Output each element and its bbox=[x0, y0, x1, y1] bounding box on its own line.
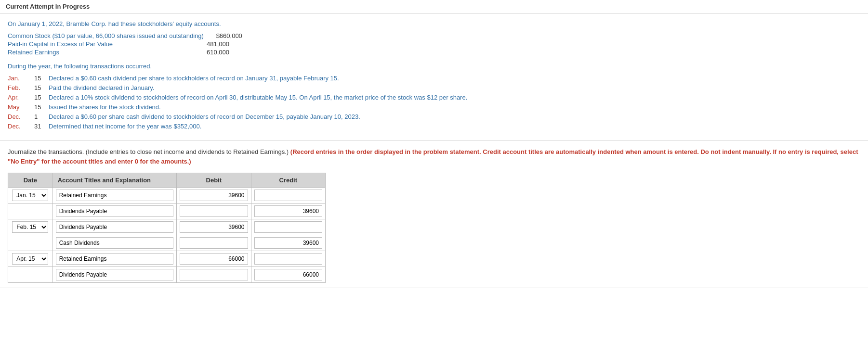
debit-input-2[interactable] bbox=[180, 205, 248, 217]
date-cell-6 bbox=[8, 267, 53, 283]
trans-month-3: Apr. bbox=[8, 94, 34, 101]
col-header-credit: Credit bbox=[251, 173, 325, 188]
trans-row-2: Feb. 15 Paid the dividend declared in Ja… bbox=[8, 84, 860, 91]
trans-day-6: 31 bbox=[34, 123, 49, 130]
date-cell-4 bbox=[8, 235, 53, 251]
account-cell-4 bbox=[53, 235, 176, 251]
trans-month-5: Dec. bbox=[8, 113, 34, 120]
date-cell-1: Jan. 15 bbox=[8, 188, 53, 203]
equity-value-2: 481,000 bbox=[191, 40, 229, 48]
credit-cell-1 bbox=[251, 188, 325, 203]
account-cell-2 bbox=[53, 203, 176, 219]
trans-text-3: Declared a 10% stock dividend to stockho… bbox=[49, 94, 860, 101]
equity-table: Common Stock ($10 par value, 66,000 shar… bbox=[8, 32, 860, 56]
debit-cell-3 bbox=[177, 219, 251, 235]
equity-label-2: Paid-in Capital in Excess of Par Value bbox=[8, 40, 191, 48]
credit-cell-4 bbox=[251, 235, 325, 251]
equity-row-2: Paid-in Capital in Excess of Par Value 4… bbox=[8, 40, 860, 48]
trans-month-4: May bbox=[8, 103, 34, 111]
trans-day-4: 15 bbox=[34, 103, 49, 111]
journal-row-1: Jan. 15 bbox=[8, 188, 326, 203]
trans-month-1: Jan. bbox=[8, 75, 34, 82]
trans-row-6: Dec. 31 Determined that net income for t… bbox=[8, 123, 860, 130]
credit-input-6[interactable] bbox=[254, 269, 322, 280]
trans-day-5: 1 bbox=[34, 113, 49, 120]
account-input-3[interactable] bbox=[56, 221, 173, 233]
trans-row-1: Jan. 15 Declared a $0.60 cash dividend p… bbox=[8, 75, 860, 82]
credit-input-5[interactable] bbox=[254, 253, 322, 265]
trans-month-6: Dec. bbox=[8, 123, 34, 130]
trans-day-3: 15 bbox=[34, 94, 49, 101]
date-cell-5: Apr. 15 bbox=[8, 251, 53, 267]
date-select-1[interactable]: Jan. 15 bbox=[12, 190, 48, 201]
debit-cell-2 bbox=[177, 203, 251, 219]
debit-cell-6 bbox=[177, 267, 251, 283]
attempt-label: Current Attempt in Progress bbox=[6, 3, 90, 10]
journal-row-3: Feb. 15 bbox=[8, 219, 326, 235]
date-select-5[interactable]: Apr. 15 bbox=[12, 253, 48, 265]
col-header-debit: Debit bbox=[177, 173, 251, 188]
problem-section: On January 1, 2022, Bramble Corp. had th… bbox=[0, 13, 868, 140]
debit-cell-4 bbox=[177, 235, 251, 251]
trans-day-2: 15 bbox=[34, 84, 49, 91]
credit-cell-3 bbox=[251, 219, 325, 235]
instructions-section: Journalize the transactions. (Include en… bbox=[0, 140, 868, 288]
credit-input-2[interactable] bbox=[254, 205, 322, 217]
intro-text: On January 1, 2022, Bramble Corp. had th… bbox=[8, 20, 860, 27]
trans-row-5: Dec. 1 Declared a $0.60 per share cash d… bbox=[8, 113, 860, 120]
journal-row-6 bbox=[8, 267, 326, 283]
col-header-date: Date bbox=[8, 173, 53, 188]
equity-row-3: Retained Earnings 610,000 bbox=[8, 49, 860, 56]
date-select-3[interactable]: Feb. 15 bbox=[12, 221, 48, 233]
equity-label-3: Retained Earnings bbox=[8, 49, 191, 56]
debit-input-1[interactable] bbox=[180, 190, 248, 201]
equity-row-1: Common Stock ($10 par value, 66,000 shar… bbox=[8, 32, 860, 39]
trans-day-1: 15 bbox=[34, 75, 49, 82]
trans-month-2: Feb. bbox=[8, 84, 34, 91]
col-header-account: Account Titles and Explanation bbox=[53, 173, 176, 188]
credit-input-3[interactable] bbox=[254, 221, 322, 233]
during-text: During the year, the following transacti… bbox=[8, 63, 860, 70]
journal-row-5: Apr. 15 bbox=[8, 251, 326, 267]
trans-text-1: Declared a $0.60 cash dividend per share… bbox=[49, 75, 860, 82]
equity-value-3: 610,000 bbox=[191, 49, 229, 56]
trans-text-5: Declared a $0.60 per share cash dividend… bbox=[49, 113, 860, 120]
credit-cell-2 bbox=[251, 203, 325, 219]
account-input-6[interactable] bbox=[56, 269, 173, 280]
credit-cell-5 bbox=[251, 251, 325, 267]
account-input-1[interactable] bbox=[56, 190, 173, 201]
equity-label-1: Common Stock ($10 par value, 66,000 shar… bbox=[8, 32, 204, 39]
debit-input-5[interactable] bbox=[180, 253, 248, 265]
journal-row-4 bbox=[8, 235, 326, 251]
trans-text-6: Determined that net income for the year … bbox=[49, 123, 860, 130]
account-input-5[interactable] bbox=[56, 253, 173, 265]
journal-table: Date Account Titles and Explanation Debi… bbox=[8, 173, 326, 283]
debit-input-6[interactable] bbox=[180, 269, 248, 280]
journal-row-2 bbox=[8, 203, 326, 219]
trans-text-2: Paid the dividend declared in January. bbox=[49, 84, 860, 91]
instructions-text: Journalize the transactions. (Include en… bbox=[8, 147, 860, 166]
trans-row-4: May 15 Issued the shares for the stock d… bbox=[8, 103, 860, 111]
account-cell-5 bbox=[53, 251, 176, 267]
account-cell-3 bbox=[53, 219, 176, 235]
account-input-4[interactable] bbox=[56, 237, 173, 249]
debit-cell-5 bbox=[177, 251, 251, 267]
credit-input-4[interactable] bbox=[254, 237, 322, 249]
date-cell-2 bbox=[8, 203, 53, 219]
credit-cell-6 bbox=[251, 267, 325, 283]
credit-input-1[interactable] bbox=[254, 190, 322, 201]
debit-cell-1 bbox=[177, 188, 251, 203]
account-cell-1 bbox=[53, 188, 176, 203]
debit-input-4[interactable] bbox=[180, 237, 248, 249]
current-attempt-banner: Current Attempt in Progress bbox=[0, 0, 868, 13]
date-cell-3: Feb. 15 bbox=[8, 219, 53, 235]
account-input-2[interactable] bbox=[56, 205, 173, 217]
trans-row-3: Apr. 15 Declared a 10% stock dividend to… bbox=[8, 94, 860, 101]
account-cell-6 bbox=[53, 267, 176, 283]
instructions-main: Journalize the transactions. (Include en… bbox=[8, 148, 289, 155]
debit-input-3[interactable] bbox=[180, 221, 248, 233]
transactions-list: Jan. 15 Declared a $0.60 cash dividend p… bbox=[8, 75, 860, 130]
trans-text-4: Issued the shares for the stock dividend… bbox=[49, 103, 860, 111]
equity-value-1: $660,000 bbox=[204, 32, 242, 39]
